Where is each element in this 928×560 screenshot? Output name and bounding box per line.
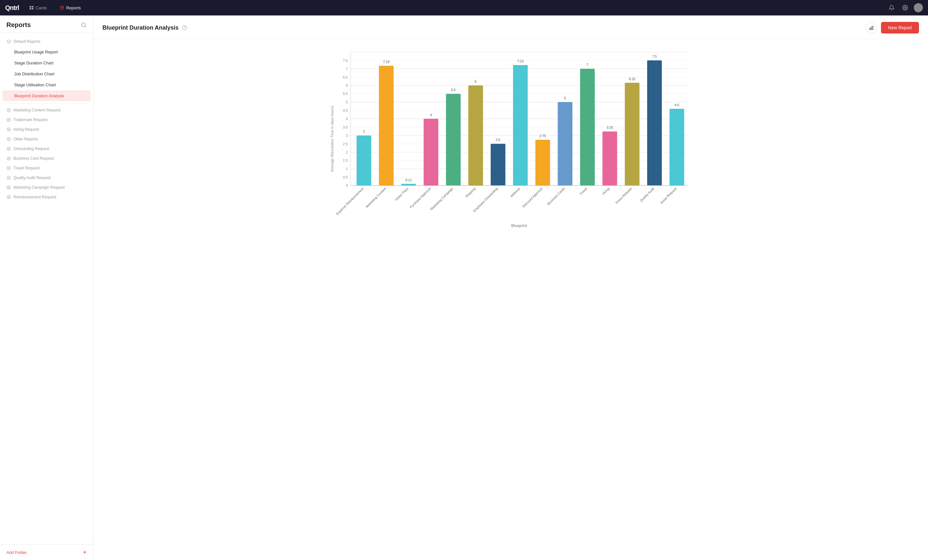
svg-rect-0 xyxy=(30,6,31,8)
nav-reports-label: Reports xyxy=(66,6,81,10)
sidebar-section-marketing-content[interactable]: Marketing Content Request xyxy=(0,105,93,115)
sidebar-section-hiring[interactable]: Hiring Request xyxy=(0,125,93,134)
help-icon[interactable] xyxy=(182,25,188,31)
sidebar-item-job-distribution[interactable]: Job Distribution Chart xyxy=(3,69,90,79)
circle-play-icon-1 xyxy=(6,117,11,122)
sidebar-section-reimbursement[interactable]: Reimbursement Request xyxy=(0,192,93,202)
x-axis-labels: Expense Reimbursement Marketing Content … xyxy=(335,187,677,216)
svg-rect-33 xyxy=(872,26,873,30)
bar-12 xyxy=(625,83,640,186)
svg-text:Visitor Pass: Visitor Pass xyxy=(394,187,409,201)
sidebar-item-blueprint-duration[interactable]: Blueprint Duration Analysis xyxy=(3,90,90,101)
svg-rect-2 xyxy=(30,8,31,9)
bar-chart-icon xyxy=(869,25,874,30)
bar-8 xyxy=(535,140,550,186)
svg-text:3: 3 xyxy=(346,134,348,137)
bar-11 xyxy=(602,131,617,186)
svg-text:6:5: 6:5 xyxy=(343,75,348,79)
sidebar-title: Reports xyxy=(6,21,31,29)
svg-rect-3 xyxy=(32,8,34,9)
circle-play-icon-3 xyxy=(6,137,11,141)
bar-14 xyxy=(670,109,684,186)
bar-4 xyxy=(446,94,461,186)
header-actions: New Report xyxy=(865,22,919,34)
svg-text:7:5: 7:5 xyxy=(343,59,348,63)
bar-label-14: 4:6 xyxy=(675,103,679,107)
bar-label-8: 2:75 xyxy=(540,134,546,138)
search-icon[interactable] xyxy=(81,22,87,28)
svg-marker-18 xyxy=(8,148,9,150)
notifications-button[interactable] xyxy=(887,3,896,12)
sidebar-section-other[interactable]: Other Reports xyxy=(0,134,93,144)
settings-button[interactable] xyxy=(900,3,910,12)
sidebar-section-onboarding[interactable]: Onboarding Request xyxy=(0,144,93,154)
nav-reports[interactable]: Reports xyxy=(57,4,84,12)
svg-text:Shipping: Shipping xyxy=(464,187,476,198)
sidebar-section-quality[interactable]: Quality Audit Request xyxy=(0,173,93,183)
logo[interactable]: Qntrl xyxy=(5,4,19,12)
sidebar: Reports Default Reports Blueprint Usage … xyxy=(0,15,93,560)
bar-chart: Average (Resolution Time in days:hours) xyxy=(102,46,919,232)
svg-text:Marketing Content: Marketing Content xyxy=(365,187,387,209)
svg-text:Webinar: Webinar xyxy=(510,187,521,198)
bar-2 xyxy=(401,184,416,186)
svg-rect-31 xyxy=(869,28,870,30)
reports-icon xyxy=(60,6,64,10)
default-reports-label: Default Reports xyxy=(14,39,40,44)
bar-label-1: 7:19 xyxy=(383,60,389,64)
svg-rect-32 xyxy=(871,27,872,30)
bell-icon xyxy=(889,5,894,11)
svg-marker-16 xyxy=(8,139,9,140)
chart-view-button[interactable] xyxy=(865,22,877,34)
circle-play-icon-6 xyxy=(6,166,11,170)
bar-label-3: 4 xyxy=(430,113,432,117)
svg-text:Asset Request: Asset Request xyxy=(659,187,677,204)
bar-10 xyxy=(580,69,595,186)
svg-text:0: 0 xyxy=(346,183,348,188)
content-area: Blueprint Duration Analysis New Report A… xyxy=(93,15,928,560)
sidebar-item-stage-utilisation[interactable]: Stage Utilisation Chart xyxy=(3,79,90,90)
folder-item-label-0: Marketing Content Request xyxy=(14,108,61,112)
bar-label-0: 3 xyxy=(363,130,365,133)
nav-cards[interactable]: Cards xyxy=(27,4,50,12)
bar-6 xyxy=(491,144,505,186)
sidebar-item-blueprint-usage[interactable]: Blueprint Usage Report xyxy=(3,47,90,57)
bar-label-7: 7:23 xyxy=(517,60,524,63)
svg-text:6: 6 xyxy=(346,83,348,87)
add-folder-label[interactable]: Add Folder xyxy=(6,550,27,555)
cards-icon xyxy=(29,6,34,10)
svg-marker-24 xyxy=(8,177,9,179)
sidebar-content: Default Reports Blueprint Usage Report S… xyxy=(0,33,93,544)
new-report-button[interactable]: New Report xyxy=(881,22,919,34)
folder-item-label-2: Hiring Request xyxy=(14,127,39,132)
svg-marker-22 xyxy=(8,168,9,169)
svg-text:3:5: 3:5 xyxy=(343,125,348,129)
svg-text:2: 2 xyxy=(346,150,348,154)
bar-label-10: 7 xyxy=(586,63,589,67)
bar-label-13: 7:5 xyxy=(652,55,657,58)
folder-item-label-1: Trademark Request xyxy=(14,117,48,122)
svg-marker-26 xyxy=(8,187,9,188)
sidebar-section-default-reports[interactable]: Default Reports xyxy=(0,37,93,46)
add-folder-plus[interactable]: + xyxy=(83,549,87,555)
svg-text:0:5: 0:5 xyxy=(343,175,348,179)
logo-prefix: Q xyxy=(5,4,10,11)
circle-play-icon-0 xyxy=(6,108,11,112)
sidebar-section-business-card[interactable]: Business Card Request xyxy=(0,154,93,163)
svg-marker-12 xyxy=(8,119,9,121)
sidebar-item-stage-duration[interactable]: Stage Duration Chart xyxy=(3,58,90,68)
logo-suffix: ntrl xyxy=(10,4,19,11)
bar-label-9: 5 xyxy=(564,97,566,100)
page-title: Blueprint Duration Analysis xyxy=(102,24,179,31)
bar-0 xyxy=(357,136,371,186)
main-layout: Reports Default Reports Blueprint Usage … xyxy=(0,15,928,560)
svg-point-6 xyxy=(81,23,85,27)
bar-label-5: 6 xyxy=(475,80,477,83)
avatar[interactable] xyxy=(914,3,923,12)
sidebar-section-travel[interactable]: Travel Request xyxy=(0,163,93,173)
svg-text:Employee Onboarding: Employee Onboarding xyxy=(473,187,499,213)
sidebar-section-marketing-campaign[interactable]: Marketing Campaign Request xyxy=(0,183,93,192)
svg-text:2:5: 2:5 xyxy=(343,142,348,146)
folder-item-label-7: Quality Audit Request xyxy=(14,175,50,180)
sidebar-section-trademark[interactable]: Trademark Request xyxy=(0,115,93,125)
